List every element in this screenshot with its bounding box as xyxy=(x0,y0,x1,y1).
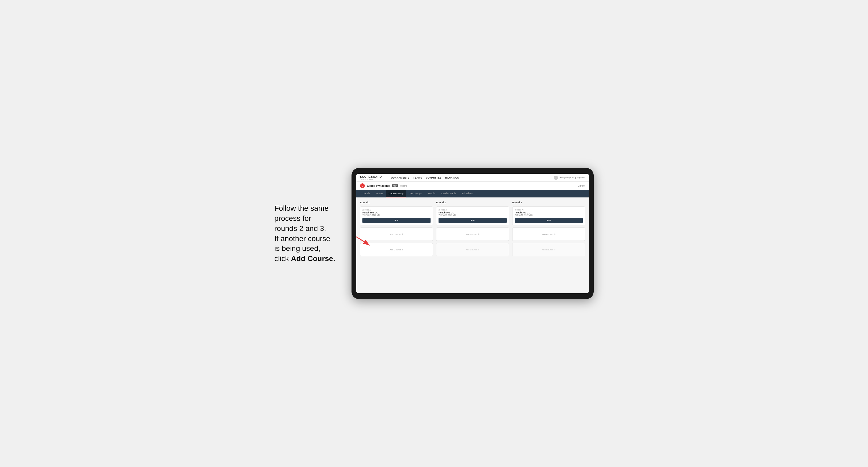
tab-details[interactable]: Details xyxy=(360,190,373,197)
tab-course-setup[interactable]: Course Setup xyxy=(386,190,406,197)
round-1-add-course-label-1: Add Course + xyxy=(390,232,403,236)
add-course-emphasis: Add Course. xyxy=(291,254,335,262)
plus-icon-4: + xyxy=(478,248,479,251)
plus-icon-3: + xyxy=(478,232,479,236)
sub-header: C Clippd Invitational Men Hosting Cancel xyxy=(356,182,589,190)
round-1-add-course-label-2: Add Course + xyxy=(390,248,403,251)
brand-name: SCOREBOARD xyxy=(360,175,382,178)
round-3-course-name: Peachtree GC xyxy=(515,211,583,214)
plus-icon-2: + xyxy=(402,248,403,251)
round-2-add-course-1[interactable]: Add Course + xyxy=(436,227,509,241)
round-1-course-details: Yellow (M) (6629 yds) xyxy=(363,214,431,216)
tab-teams[interactable]: Teams xyxy=(373,190,386,197)
tab-results[interactable]: Results xyxy=(425,190,438,197)
tab-leaderboards[interactable]: Leaderboards xyxy=(439,190,459,197)
instruction-text: Follow the sameprocess forrounds 2 and 3… xyxy=(274,203,344,264)
main-content: Round 1 (Course A) Peachtree GC Yellow (… xyxy=(356,197,589,293)
round-3-add-course-1[interactable]: Add Course + xyxy=(512,227,585,241)
plus-icon-5: + xyxy=(554,232,555,236)
round-2-course-card: (Course A) Peachtree GC Yellow (M) (6629… xyxy=(436,207,509,225)
tab-tee-groups[interactable]: Tee Groups xyxy=(407,190,425,197)
user-email: blair@clippd.io xyxy=(560,177,574,179)
round-1-course-card: (Course A) Peachtree GC Yellow (M) (6629… xyxy=(360,207,433,225)
round-2-add-course-label-2: Add Course + xyxy=(466,248,479,251)
round-2-column: Round 2 (Course A) Peachtree GC Yellow (… xyxy=(436,201,509,256)
round-2-course-name: Peachtree GC xyxy=(438,211,507,214)
round-3-slot-label: (Course A) xyxy=(515,209,583,211)
tab-bar: Details Teams Course Setup Tee Groups Re… xyxy=(356,190,589,197)
nav-right: blair@clippd.io | Sign out xyxy=(554,176,585,180)
round-1-edit-button[interactable]: Edit xyxy=(363,218,431,223)
sign-out-link[interactable]: Sign out xyxy=(578,177,585,179)
round-2-edit-button[interactable]: Edit xyxy=(438,218,507,223)
round-3-course-details: Yellow (M) (6629 yds) xyxy=(515,214,583,216)
round-2-slot-label: (Course A) xyxy=(438,209,507,211)
round-2-label: Round 2 xyxy=(436,201,509,204)
tab-printables[interactable]: Printables xyxy=(459,190,475,197)
round-2-add-course-label-1: Add Course + xyxy=(466,232,479,236)
nav-tournaments[interactable]: TOURNAMENTS xyxy=(389,177,409,179)
round-3-course-card: (Course A) Peachtree GC Yellow (M) (6629… xyxy=(512,207,585,225)
tournament-icon: C xyxy=(360,183,365,188)
round-3-column: Round 3 (Course A) Peachtree GC Yellow (… xyxy=(512,201,585,256)
page-wrapper: Follow the sameprocess forrounds 2 and 3… xyxy=(274,168,594,299)
nav-rankings[interactable]: RANKINGS xyxy=(445,177,459,179)
rounds-grid: Round 1 (Course A) Peachtree GC Yellow (… xyxy=(360,201,585,256)
men-badge: Men xyxy=(392,184,399,187)
round-3-edit-button[interactable]: Edit xyxy=(515,218,583,223)
instruction-line1: Follow the sameprocess forrounds 2 and 3… xyxy=(274,204,335,262)
round-1-label: Round 1 xyxy=(360,201,433,204)
tablet-frame: SCOREBOARD Powered by clippd TOURNAMENTS… xyxy=(351,168,594,299)
brand-logo: SCOREBOARD Powered by clippd xyxy=(360,175,382,180)
round-1-slot-label: (Course A) xyxy=(363,209,431,211)
plus-icon-6: + xyxy=(554,248,555,251)
round-1-add-course-2[interactable]: Add Course + xyxy=(360,243,433,256)
powered-by: Powered by clippd xyxy=(360,178,382,180)
hosting-status: Hosting xyxy=(400,185,407,187)
round-2-add-course-2: Add Course + xyxy=(436,243,509,256)
round-3-add-course-label-1: Add Course + xyxy=(542,232,556,236)
plus-icon-1: + xyxy=(402,232,403,236)
round-3-add-course-2: Add Course + xyxy=(512,243,585,256)
user-avatar xyxy=(554,176,558,180)
round-3-label: Round 3 xyxy=(512,201,585,204)
tablet-screen: SCOREBOARD Powered by clippd TOURNAMENTS… xyxy=(356,174,589,293)
nav-links: TOURNAMENTS TEAMS COMMITTEE RANKINGS xyxy=(389,177,459,179)
round-2-course-details: Yellow (M) (6629 yds) xyxy=(438,214,507,216)
cancel-button[interactable]: Cancel xyxy=(578,184,585,187)
nav-separator: | xyxy=(575,177,576,179)
round-3-add-course-label-2: Add Course + xyxy=(542,248,556,251)
nav-teams[interactable]: TEAMS xyxy=(413,177,422,179)
round-1-add-course-1[interactable]: Add Course + xyxy=(360,227,433,241)
tournament-name: Clippd Invitational xyxy=(367,184,390,187)
round-1-column: Round 1 (Course A) Peachtree GC Yellow (… xyxy=(360,201,433,256)
top-nav: SCOREBOARD Powered by clippd TOURNAMENTS… xyxy=(356,174,589,182)
nav-committee[interactable]: COMMITTEE xyxy=(426,177,442,179)
round-1-course-name: Peachtree GC xyxy=(363,211,431,214)
